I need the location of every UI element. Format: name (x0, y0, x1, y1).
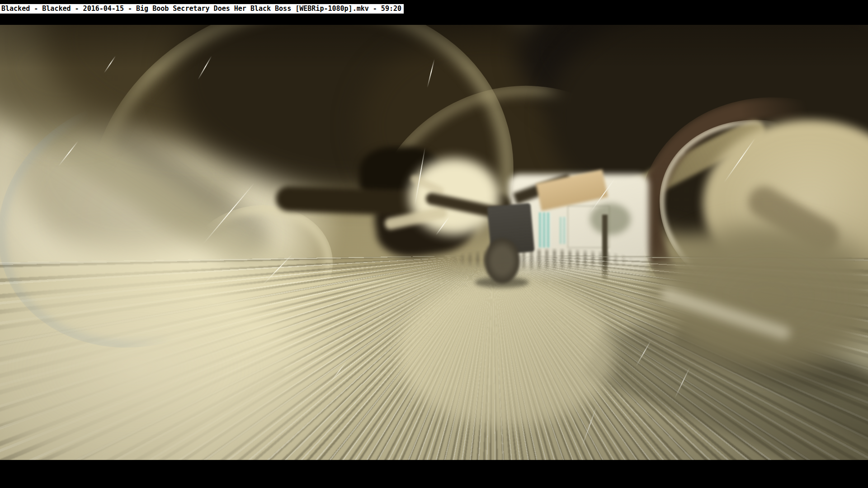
player-window: Blacked - Blacked - 2016-04-15 - Big Boo… (0, 0, 868, 488)
video-frame[interactable] (0, 25, 868, 460)
street-teal-stripes (539, 212, 551, 248)
window-title: Blacked - Blacked - 2016-04-15 - Big Boo… (0, 4, 404, 14)
overexposed-glow (409, 158, 500, 235)
street-teal-stripes (560, 217, 567, 244)
letterbox-bottom (0, 460, 868, 488)
street-tree-foliage (590, 203, 631, 235)
window-title-bar: Blacked - Blacked - 2016-04-15 - Big Boo… (0, 0, 868, 25)
center-wheel (485, 238, 520, 283)
